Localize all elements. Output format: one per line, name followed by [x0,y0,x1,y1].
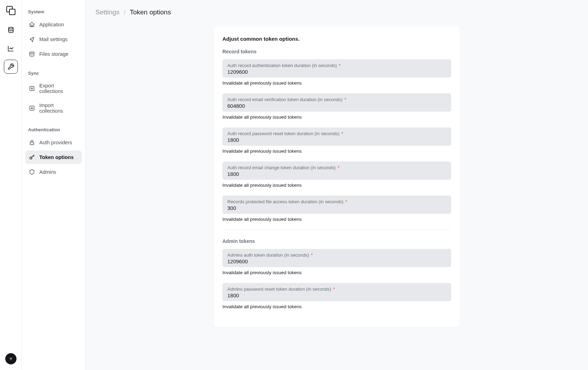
field-label: Records protected file access token dura… [227,199,446,204]
upload-icon [29,85,35,92]
sidebar-item-auth-providers[interactable]: Auth providers [25,136,82,149]
key-icon [29,154,35,160]
sidebar-item-label: Auth providers [39,140,72,145]
rail-logs[interactable] [4,41,18,55]
nav-rail [0,0,22,370]
invalidate-link[interactable]: Invalidate all previously issued tokens [222,80,302,86]
form-group: Admins password reset token duration (in… [222,283,451,309]
field: Auth record email verification token dur… [222,93,451,112]
logo [5,5,16,16]
invalidate-link[interactable]: Invalidate all previously issued tokens [222,304,302,309]
sidebar-item-mail-settings[interactable]: Mail settings [25,33,82,46]
rail-collections[interactable] [4,23,18,37]
main-content: Settings / Token options Adjust common t… [86,0,588,370]
breadcrumb: Settings / Token options [95,8,578,16]
required-indicator: * [345,97,346,102]
field: Records protected file access token dura… [222,196,451,214]
card-title: Adjust common token options. [222,36,451,42]
divider [222,230,451,230]
sidebar-item-application[interactable]: Application [25,18,82,31]
sidebar-item-admins[interactable]: Admins [25,165,82,179]
field: Admins auth token duration (in seconds) … [222,249,451,267]
form-section-title: Record tokens [222,49,451,54]
field: Auth record email change token duration … [222,161,451,180]
field-label: Admins password reset token duration (in… [227,286,446,292]
field: Auth record password reset token duratio… [222,127,451,146]
sidebar-item-label: Mail settings [39,37,68,42]
home-icon [29,21,35,28]
send-icon [29,36,35,42]
sidebar-item-export-collections[interactable]: Export collections [25,79,82,98]
avatar[interactable] [5,353,16,364]
duration-input[interactable] [227,69,446,75]
required-indicator: * [339,63,341,68]
rail-settings[interactable] [4,60,18,74]
form-group: Auth record email verification token dur… [222,93,451,120]
duration-input[interactable] [227,258,446,264]
svg-rect-1 [9,9,15,15]
form-group: Admins auth token duration (in seconds) … [222,249,451,275]
svg-rect-6 [30,52,34,56]
sidebar-item-label: Application [39,22,64,27]
form-group: Records protected file access token dura… [222,196,451,222]
sidebar-section-title: Authentication [25,125,82,136]
form-group: Auth record email change token duration … [222,161,451,188]
invalidate-link[interactable]: Invalidate all previously issued tokens [222,183,302,188]
duration-input[interactable] [227,103,446,109]
sidebar-item-files-storage[interactable]: Files storage [25,47,82,61]
sidebar-item-label: Token options [39,154,74,160]
sidebar: SystemApplicationMail settingsFiles stor… [22,0,86,370]
invalidate-link[interactable]: Invalidate all previously issued tokens [222,217,302,222]
field-label: Auth record authentication token duratio… [227,63,446,68]
svg-rect-5 [32,25,33,27]
archive-icon [29,51,35,57]
form-section-title: Admin tokens [222,238,451,244]
sidebar-item-token-options[interactable]: Token options [25,151,82,164]
duration-input[interactable] [227,171,446,177]
sidebar-item-label: Files storage [39,51,68,57]
field-label: Admins auth token duration (in seconds) … [227,252,446,258]
duration-input[interactable] [227,205,446,211]
required-indicator: * [338,165,339,170]
required-indicator: * [333,286,335,292]
field-label: Auth record email verification token dur… [227,97,446,102]
sidebar-item-import-collections[interactable]: Import collections [25,99,82,117]
invalidate-link[interactable]: Invalidate all previously issued tokens [222,148,302,154]
svg-point-3 [10,358,10,358]
svg-rect-11 [30,142,34,145]
required-indicator: * [311,252,313,258]
duration-input[interactable] [227,292,446,298]
sidebar-item-label: Export collections [39,83,78,94]
shield-icon [29,169,35,175]
svg-point-4 [11,358,12,358]
form-group: Auth record password reset token duratio… [222,127,451,154]
sidebar-item-label: Import collections [39,103,78,114]
invalidate-link[interactable]: Invalidate all previously issued tokens [222,270,302,275]
breadcrumb-current: Token options [130,8,171,16]
breadcrumb-separator: / [124,8,126,16]
field-label: Auth record password reset token duratio… [227,131,446,136]
duration-input[interactable] [227,137,446,143]
breadcrumb-parent[interactable]: Settings [95,8,120,16]
sidebar-item-label: Admins [39,169,56,175]
sidebar-section-title: Sync [25,68,82,79]
svg-point-2 [8,27,13,29]
sidebar-section-title: System [25,7,82,18]
download-icon [29,105,35,111]
required-indicator: * [341,131,343,136]
required-indicator: * [346,199,347,204]
lock-icon [29,139,35,146]
field: Auth record authentication token duratio… [222,59,451,78]
settings-card: Adjust common token options. Record toke… [214,27,460,327]
invalidate-link[interactable]: Invalidate all previously issued tokens [222,114,302,120]
field-label: Auth record email change token duration … [227,165,446,170]
field: Admins password reset token duration (in… [222,283,451,301]
form-group: Auth record authentication token duratio… [222,59,451,86]
